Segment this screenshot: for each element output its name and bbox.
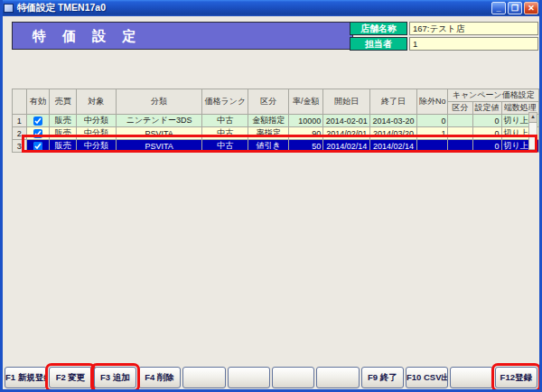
window-title: 特価設定 TMEN17a0 bbox=[17, 2, 490, 14]
f7-button[interactable] bbox=[272, 367, 314, 388]
f11-button[interactable] bbox=[450, 367, 492, 388]
col-header-rank: 価格ランク bbox=[202, 89, 248, 115]
col-header-campaign-group: キャンペーン価格設定 bbox=[448, 89, 539, 102]
cell-campaign-kubun bbox=[448, 115, 472, 127]
cell-exclude-no: 1 bbox=[416, 127, 448, 140]
cell-rate: 90 bbox=[289, 127, 323, 140]
col-header-end: 終了日 bbox=[370, 89, 417, 115]
col-header-campaign-kubun: 区分 bbox=[448, 102, 472, 115]
app-icon bbox=[4, 4, 14, 13]
function-key-bar: F1 新規登録 F2 変更 F3 追加 F4 削除 F9 終了 F10 CSV出… bbox=[5, 367, 537, 388]
f12-register-button[interactable]: F12登録 bbox=[495, 367, 537, 388]
cell-category: PSVITA bbox=[116, 127, 202, 140]
f1-new-button[interactable]: F1 新規登録 bbox=[5, 367, 47, 388]
staff-label: 担当者 bbox=[350, 37, 407, 51]
row-number: 1 bbox=[13, 115, 27, 127]
cell-kubun: 値引き bbox=[248, 140, 289, 153]
cell-campaign-value: 0 bbox=[472, 115, 501, 127]
valid-checkbox[interactable] bbox=[33, 117, 42, 126]
store-name-field[interactable]: 167:テスト店 bbox=[409, 22, 538, 35]
page-title: 特 価 設 定 bbox=[12, 22, 353, 50]
f3-add-button[interactable]: F3 追加 bbox=[94, 367, 136, 388]
minimize-button[interactable]: _ bbox=[491, 2, 506, 14]
f8-button[interactable] bbox=[316, 367, 359, 388]
f2-change-button[interactable]: F2 変更 bbox=[49, 367, 91, 388]
cell-end-date: 2014/03/20 bbox=[370, 127, 417, 140]
cell-rate: 50 bbox=[289, 140, 323, 153]
app-window: 特価設定 TMEN17a0 _ ❐ ✕ 特 価 設 定 店舗名称 167:テスト… bbox=[0, 0, 542, 392]
col-header-trade: 売買 bbox=[50, 89, 77, 115]
col-header-campaign-value: 設定値 bbox=[472, 102, 501, 115]
cell-start-date: 2014/02/01 bbox=[323, 127, 370, 140]
title-bar: 特価設定 TMEN17a0 _ ❐ ✕ bbox=[0, 0, 542, 16]
table-scrollbar[interactable]: ▲ bbox=[528, 112, 537, 150]
cell-rank: 中古 bbox=[202, 127, 248, 140]
cell-end-date: 2014-03-20 bbox=[370, 115, 417, 127]
cell-kubun: 金額指定 bbox=[248, 115, 289, 127]
price-setting-table: 有効 売買 対象 分類 価格ランク 区分 率/金額 開始日 終了日 除外No キ… bbox=[12, 89, 539, 153]
cell-kubun: 率指定 bbox=[248, 127, 289, 140]
f10-csv-export-button[interactable]: F10 CSV出力 bbox=[406, 367, 448, 388]
f5-button[interactable] bbox=[182, 367, 225, 388]
cell-rank: 中古 bbox=[202, 115, 248, 127]
table-row[interactable]: 1 販売 中分類 ニンテンドー3DS 中古 金額指定 10000 2014-02… bbox=[13, 115, 539, 127]
cell-start-date: 2014/02/14 bbox=[323, 140, 370, 153]
row-number: 3 bbox=[13, 140, 27, 153]
cell-campaign-kubun bbox=[448, 140, 472, 153]
col-header-valid: 有効 bbox=[26, 89, 49, 115]
cell-rate: 10000 bbox=[289, 115, 323, 127]
store-name-label: 店舗名称 bbox=[350, 22, 407, 35]
cell-end-date: 2014/02/14 bbox=[370, 140, 417, 153]
col-header-target: 対象 bbox=[77, 89, 116, 115]
cell-campaign-value: 0 bbox=[472, 127, 501, 140]
cell-target: 中分類 bbox=[77, 140, 116, 153]
cell-target: 中分類 bbox=[77, 115, 116, 127]
cell-trade: 販売 bbox=[50, 140, 77, 153]
col-header-category: 分類 bbox=[116, 89, 202, 115]
col-header-start: 開始日 bbox=[323, 89, 370, 115]
cell-campaign-kubun bbox=[448, 127, 472, 140]
cell-campaign-value: 0 bbox=[472, 140, 501, 153]
cell-category: PSVITA bbox=[116, 140, 202, 153]
col-header-rate: 率/金額 bbox=[289, 89, 323, 115]
cell-exclude-no bbox=[416, 140, 448, 153]
table-row[interactable]: 2 販売 中分類 PSVITA 中古 率指定 90 2014/02/01 201… bbox=[13, 127, 539, 140]
cell-trade: 販売 bbox=[50, 115, 77, 127]
col-header-exclude: 除外No bbox=[416, 89, 448, 115]
row-number: 2 bbox=[13, 127, 27, 140]
cell-rank: 中古 bbox=[202, 140, 248, 153]
f6-button[interactable] bbox=[228, 367, 270, 388]
f4-delete-button[interactable]: F4 削除 bbox=[138, 367, 181, 388]
f9-exit-button[interactable]: F9 終了 bbox=[361, 367, 404, 388]
table-row-selected[interactable]: 3 販売 中分類 PSVITA 中古 値引き 50 2014/02/14 201… bbox=[13, 140, 539, 153]
cell-exclude-no: 0 bbox=[416, 115, 448, 127]
close-button[interactable]: ✕ bbox=[524, 2, 538, 14]
cell-target: 中分類 bbox=[77, 127, 116, 140]
staff-field[interactable]: 1 bbox=[409, 37, 538, 51]
cell-trade: 販売 bbox=[50, 127, 77, 140]
cell-start-date: 2014-02-01 bbox=[323, 115, 370, 127]
maximize-button[interactable]: ❐ bbox=[508, 2, 522, 14]
cell-category: ニンテンドー3DS bbox=[116, 115, 202, 127]
valid-checkbox[interactable] bbox=[33, 142, 42, 151]
valid-checkbox[interactable] bbox=[33, 129, 42, 138]
col-header-rownum bbox=[13, 89, 27, 115]
col-header-kubun: 区分 bbox=[248, 89, 289, 115]
scroll-up-icon[interactable]: ▲ bbox=[529, 113, 537, 123]
